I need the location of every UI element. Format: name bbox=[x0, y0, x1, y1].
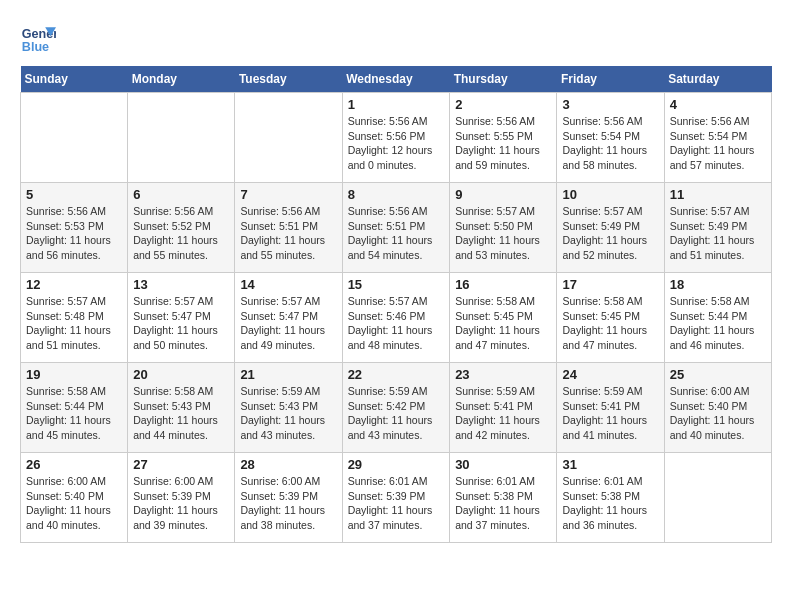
day-number: 22 bbox=[348, 367, 445, 382]
day-number: 3 bbox=[562, 97, 658, 112]
day-number: 8 bbox=[348, 187, 445, 202]
day-info: Sunrise: 5:57 AMSunset: 5:46 PMDaylight:… bbox=[348, 294, 445, 353]
day-number: 30 bbox=[455, 457, 551, 472]
calendar-cell: 1Sunrise: 5:56 AMSunset: 5:56 PMDaylight… bbox=[342, 93, 450, 183]
calendar-cell: 20Sunrise: 5:58 AMSunset: 5:43 PMDayligh… bbox=[128, 363, 235, 453]
calendar-cell: 11Sunrise: 5:57 AMSunset: 5:49 PMDayligh… bbox=[664, 183, 771, 273]
day-info: Sunrise: 6:00 AMSunset: 5:40 PMDaylight:… bbox=[670, 384, 766, 443]
logo: General Blue bbox=[20, 20, 60, 56]
calendar-cell: 7Sunrise: 5:56 AMSunset: 5:51 PMDaylight… bbox=[235, 183, 342, 273]
calendar-cell: 3Sunrise: 5:56 AMSunset: 5:54 PMDaylight… bbox=[557, 93, 664, 183]
weekday-header: Wednesday bbox=[342, 66, 450, 93]
calendar-cell: 30Sunrise: 6:01 AMSunset: 5:38 PMDayligh… bbox=[450, 453, 557, 543]
day-info: Sunrise: 5:56 AMSunset: 5:51 PMDaylight:… bbox=[240, 204, 336, 263]
calendar-week-row: 19Sunrise: 5:58 AMSunset: 5:44 PMDayligh… bbox=[21, 363, 772, 453]
calendar-cell: 31Sunrise: 6:01 AMSunset: 5:38 PMDayligh… bbox=[557, 453, 664, 543]
day-info: Sunrise: 6:01 AMSunset: 5:38 PMDaylight:… bbox=[562, 474, 658, 533]
day-number: 25 bbox=[670, 367, 766, 382]
day-number: 11 bbox=[670, 187, 766, 202]
page-header: General Blue bbox=[20, 20, 772, 56]
day-info: Sunrise: 5:57 AMSunset: 5:50 PMDaylight:… bbox=[455, 204, 551, 263]
day-info: Sunrise: 5:56 AMSunset: 5:51 PMDaylight:… bbox=[348, 204, 445, 263]
day-number: 2 bbox=[455, 97, 551, 112]
day-number: 4 bbox=[670, 97, 766, 112]
calendar-cell: 18Sunrise: 5:58 AMSunset: 5:44 PMDayligh… bbox=[664, 273, 771, 363]
day-number: 21 bbox=[240, 367, 336, 382]
day-number: 20 bbox=[133, 367, 229, 382]
day-info: Sunrise: 5:56 AMSunset: 5:55 PMDaylight:… bbox=[455, 114, 551, 173]
day-info: Sunrise: 5:57 AMSunset: 5:47 PMDaylight:… bbox=[240, 294, 336, 353]
calendar-cell: 27Sunrise: 6:00 AMSunset: 5:39 PMDayligh… bbox=[128, 453, 235, 543]
calendar-cell: 13Sunrise: 5:57 AMSunset: 5:47 PMDayligh… bbox=[128, 273, 235, 363]
day-info: Sunrise: 5:58 AMSunset: 5:44 PMDaylight:… bbox=[26, 384, 122, 443]
day-number: 6 bbox=[133, 187, 229, 202]
day-info: Sunrise: 5:59 AMSunset: 5:41 PMDaylight:… bbox=[562, 384, 658, 443]
calendar-cell: 28Sunrise: 6:00 AMSunset: 5:39 PMDayligh… bbox=[235, 453, 342, 543]
day-info: Sunrise: 5:59 AMSunset: 5:42 PMDaylight:… bbox=[348, 384, 445, 443]
calendar-cell: 14Sunrise: 5:57 AMSunset: 5:47 PMDayligh… bbox=[235, 273, 342, 363]
weekday-header: Tuesday bbox=[235, 66, 342, 93]
calendar-cell: 25Sunrise: 6:00 AMSunset: 5:40 PMDayligh… bbox=[664, 363, 771, 453]
svg-text:Blue: Blue bbox=[22, 40, 49, 54]
day-number: 17 bbox=[562, 277, 658, 292]
calendar-cell: 26Sunrise: 6:00 AMSunset: 5:40 PMDayligh… bbox=[21, 453, 128, 543]
calendar-cell: 5Sunrise: 5:56 AMSunset: 5:53 PMDaylight… bbox=[21, 183, 128, 273]
day-number: 5 bbox=[26, 187, 122, 202]
weekday-header: Thursday bbox=[450, 66, 557, 93]
logo-icon: General Blue bbox=[20, 20, 56, 56]
day-info: Sunrise: 5:57 AMSunset: 5:48 PMDaylight:… bbox=[26, 294, 122, 353]
day-number: 7 bbox=[240, 187, 336, 202]
day-number: 1 bbox=[348, 97, 445, 112]
day-info: Sunrise: 6:01 AMSunset: 5:39 PMDaylight:… bbox=[348, 474, 445, 533]
day-info: Sunrise: 6:00 AMSunset: 5:39 PMDaylight:… bbox=[240, 474, 336, 533]
calendar-week-row: 12Sunrise: 5:57 AMSunset: 5:48 PMDayligh… bbox=[21, 273, 772, 363]
calendar-cell: 21Sunrise: 5:59 AMSunset: 5:43 PMDayligh… bbox=[235, 363, 342, 453]
day-info: Sunrise: 6:01 AMSunset: 5:38 PMDaylight:… bbox=[455, 474, 551, 533]
day-info: Sunrise: 5:56 AMSunset: 5:52 PMDaylight:… bbox=[133, 204, 229, 263]
day-number: 31 bbox=[562, 457, 658, 472]
day-number: 16 bbox=[455, 277, 551, 292]
day-info: Sunrise: 5:58 AMSunset: 5:45 PMDaylight:… bbox=[455, 294, 551, 353]
calendar-cell: 22Sunrise: 5:59 AMSunset: 5:42 PMDayligh… bbox=[342, 363, 450, 453]
day-info: Sunrise: 5:59 AMSunset: 5:41 PMDaylight:… bbox=[455, 384, 551, 443]
calendar-week-row: 26Sunrise: 6:00 AMSunset: 5:40 PMDayligh… bbox=[21, 453, 772, 543]
calendar-cell: 8Sunrise: 5:56 AMSunset: 5:51 PMDaylight… bbox=[342, 183, 450, 273]
day-info: Sunrise: 5:56 AMSunset: 5:56 PMDaylight:… bbox=[348, 114, 445, 173]
calendar-cell bbox=[128, 93, 235, 183]
calendar-cell: 17Sunrise: 5:58 AMSunset: 5:45 PMDayligh… bbox=[557, 273, 664, 363]
weekday-header-row: SundayMondayTuesdayWednesdayThursdayFrid… bbox=[21, 66, 772, 93]
day-info: Sunrise: 6:00 AMSunset: 5:39 PMDaylight:… bbox=[133, 474, 229, 533]
day-number: 28 bbox=[240, 457, 336, 472]
day-number: 9 bbox=[455, 187, 551, 202]
calendar-cell: 15Sunrise: 5:57 AMSunset: 5:46 PMDayligh… bbox=[342, 273, 450, 363]
weekday-header: Saturday bbox=[664, 66, 771, 93]
day-number: 12 bbox=[26, 277, 122, 292]
calendar-cell: 19Sunrise: 5:58 AMSunset: 5:44 PMDayligh… bbox=[21, 363, 128, 453]
day-info: Sunrise: 5:57 AMSunset: 5:47 PMDaylight:… bbox=[133, 294, 229, 353]
day-number: 29 bbox=[348, 457, 445, 472]
day-info: Sunrise: 5:56 AMSunset: 5:53 PMDaylight:… bbox=[26, 204, 122, 263]
calendar-cell: 29Sunrise: 6:01 AMSunset: 5:39 PMDayligh… bbox=[342, 453, 450, 543]
day-number: 24 bbox=[562, 367, 658, 382]
calendar-cell bbox=[235, 93, 342, 183]
day-info: Sunrise: 5:58 AMSunset: 5:43 PMDaylight:… bbox=[133, 384, 229, 443]
calendar-cell: 10Sunrise: 5:57 AMSunset: 5:49 PMDayligh… bbox=[557, 183, 664, 273]
day-number: 18 bbox=[670, 277, 766, 292]
day-number: 23 bbox=[455, 367, 551, 382]
calendar-cell: 12Sunrise: 5:57 AMSunset: 5:48 PMDayligh… bbox=[21, 273, 128, 363]
calendar-cell: 16Sunrise: 5:58 AMSunset: 5:45 PMDayligh… bbox=[450, 273, 557, 363]
day-number: 14 bbox=[240, 277, 336, 292]
day-info: Sunrise: 5:58 AMSunset: 5:45 PMDaylight:… bbox=[562, 294, 658, 353]
day-info: Sunrise: 5:57 AMSunset: 5:49 PMDaylight:… bbox=[562, 204, 658, 263]
weekday-header: Monday bbox=[128, 66, 235, 93]
day-number: 26 bbox=[26, 457, 122, 472]
calendar-week-row: 1Sunrise: 5:56 AMSunset: 5:56 PMDaylight… bbox=[21, 93, 772, 183]
calendar-cell: 9Sunrise: 5:57 AMSunset: 5:50 PMDaylight… bbox=[450, 183, 557, 273]
day-info: Sunrise: 5:58 AMSunset: 5:44 PMDaylight:… bbox=[670, 294, 766, 353]
calendar-week-row: 5Sunrise: 5:56 AMSunset: 5:53 PMDaylight… bbox=[21, 183, 772, 273]
day-number: 15 bbox=[348, 277, 445, 292]
weekday-header: Sunday bbox=[21, 66, 128, 93]
day-info: Sunrise: 5:57 AMSunset: 5:49 PMDaylight:… bbox=[670, 204, 766, 263]
weekday-header: Friday bbox=[557, 66, 664, 93]
day-number: 27 bbox=[133, 457, 229, 472]
